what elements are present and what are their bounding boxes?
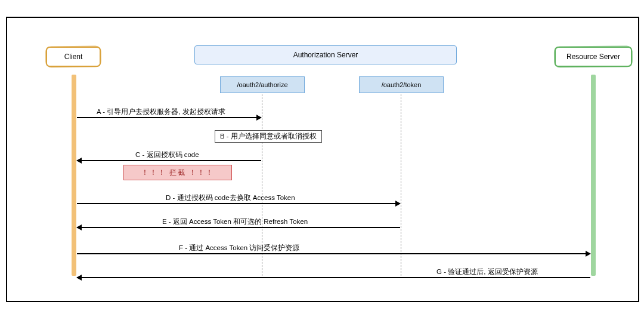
endpoint-authorize-label: /oauth2/authorize — [237, 81, 287, 88]
arrowhead-left-icon — [76, 158, 82, 164]
participant-client: Client — [46, 47, 101, 67]
lifeline-resource — [591, 75, 596, 276]
diagram-frame: Client Authorization Server Resource Ser… — [6, 17, 639, 302]
arrow-e — [77, 227, 400, 228]
endpoint-token-label: /oauth2/token — [382, 81, 422, 88]
arrow-a — [77, 117, 261, 118]
arrowhead-left-icon — [76, 224, 82, 230]
arrowhead-left-icon — [76, 275, 82, 281]
lifeline-client — [72, 75, 76, 276]
label-d: D - 通过授权码 code去换取 Access Token — [166, 193, 295, 202]
intercept-text: ！！！ 拦截 ！！！ — [141, 168, 215, 178]
participant-auth-server-label: Authorization Server — [293, 51, 358, 59]
arrow-g — [77, 277, 590, 278]
label-c: C - 返回授权码 code — [135, 150, 199, 159]
participant-auth-server: Authorization Server — [194, 45, 457, 64]
arrowhead-right-icon — [395, 201, 401, 207]
participant-resource-server: Resource Server — [555, 47, 632, 67]
arrowhead-right-icon — [586, 251, 591, 257]
label-b-box: B - 用户选择同意或者取消授权 — [215, 130, 322, 143]
participant-client-label: Client — [64, 53, 83, 61]
intercept-badge: ！！！ 拦截 ！！！ — [123, 165, 232, 180]
endpoint-authorize: /oauth2/authorize — [220, 76, 305, 93]
label-b: B - 用户选择同意或者取消授权 — [220, 133, 317, 140]
arrow-f — [77, 253, 590, 254]
lifeline-token — [401, 94, 401, 276]
label-a: A - 引导用户去授权服务器, 发起授权请求 — [97, 107, 225, 116]
arrow-c — [77, 160, 261, 161]
label-g: G - 验证通过后, 返回受保护资源 — [436, 267, 538, 276]
arrowhead-right-icon — [256, 115, 262, 121]
label-f: F - 通过 Access Token 访问受保护资源 — [179, 244, 299, 253]
label-e: E - 返回 Access Token 和可选的 Refresh Token — [162, 217, 308, 226]
endpoint-token: /oauth2/token — [359, 76, 444, 93]
arrow-d — [77, 203, 400, 204]
participant-resource-server-label: Resource Server — [566, 53, 620, 61]
sequence-diagram: Client Authorization Server Resource Ser… — [0, 0, 644, 317]
